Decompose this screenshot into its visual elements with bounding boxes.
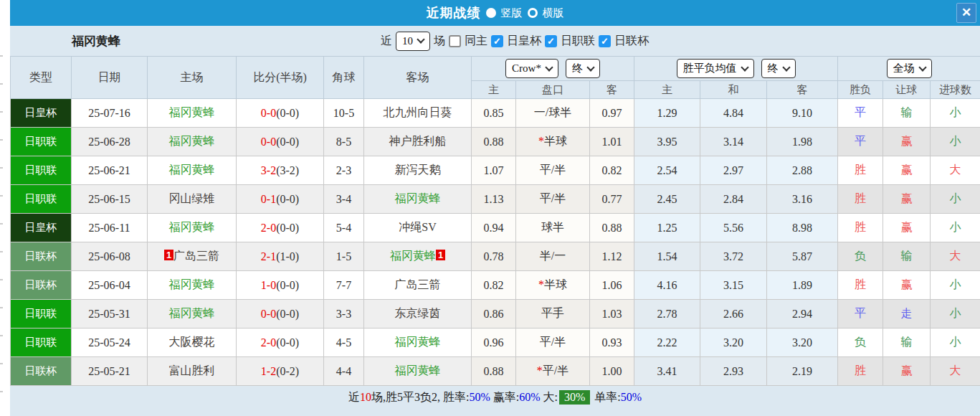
near-label: 近 — [381, 34, 392, 49]
bookmaker-time-select[interactable]: 终 — [566, 59, 600, 78]
scope-value: 全场 — [893, 62, 915, 75]
avg-home-odds-cell: 4.16 — [634, 271, 700, 300]
handicap-line-cell: 平/半 — [516, 156, 590, 185]
bookmaker-value: Crow* — [512, 62, 541, 75]
date-cell: 25-07-16 — [72, 99, 148, 128]
result-handicap-cell: 输 — [883, 328, 931, 357]
handicap-home-odds-cell: 0.96 — [472, 328, 516, 357]
corners-cell: 10-5 — [324, 99, 364, 128]
subheader-handicap-home: 主 — [472, 81, 516, 99]
match-type-cell: 日联杯 — [11, 357, 72, 386]
match-type-cell: 日联杯 — [11, 242, 72, 271]
avg-away-odds-cell: 8.98 — [767, 214, 838, 242]
avg-away-odds-cell: 5.87 — [767, 242, 838, 271]
avg-draw-odds-cell: 3.20 — [700, 328, 767, 357]
team-name: 福冈黄蜂 — [72, 33, 120, 49]
away-team-cell: 神户胜利船 — [364, 128, 472, 156]
date-cell: 25-06-08 — [72, 242, 148, 271]
odds-type-select[interactable]: 胜平负均值 — [677, 59, 754, 78]
avg-home-odds-cell: 1.29 — [634, 99, 700, 128]
date-cell: 25-06-21 — [72, 156, 148, 185]
matches-count-select[interactable]: 10 — [396, 32, 430, 51]
league-royal-cup-checkbox[interactable] — [491, 35, 503, 47]
handicap-away-odds-cell: 0.88 — [590, 214, 634, 242]
result-handicap-cell: 走 — [883, 300, 931, 328]
page-background-edge — [0, 0, 10, 416]
matches-label: 场 — [434, 34, 445, 49]
handicap-home-odds-cell: 1.07 — [472, 156, 516, 185]
fulltime-score: 0-0 — [261, 308, 276, 320]
avg-away-odds-cell: 9.10 — [767, 99, 838, 128]
odds-time-select[interactable]: 终 — [761, 59, 796, 78]
result-handicap-cell: 输 — [883, 242, 931, 271]
match-type-cell: 日联杯 — [11, 271, 72, 300]
big-goals-rate-badge: 30% — [559, 390, 590, 405]
result-goals-cell: 大 — [931, 242, 980, 271]
score-cell: 2-0(0-0) — [237, 328, 324, 357]
handicap-line: 平/半 — [540, 192, 566, 204]
league-j1-checkbox[interactable] — [545, 35, 557, 47]
halftime-score: (0-0) — [276, 336, 299, 349]
scope-select-group: 全场 — [838, 57, 980, 81]
league-cup-checkbox[interactable] — [599, 35, 611, 47]
match-row: 日职联 25-06-21 福冈黄蜂 3-2(3-2) 2-3 新泻天鹅 1.07… — [11, 156, 980, 185]
recent-results-dialog: 近期战绩 竖版 横版 ✕ 福冈黄蜂 近 10 场 同主 日皇杯 — [0, 0, 980, 416]
halftime-score: (0-0) — [276, 279, 299, 291]
avg-away-odds-cell: 2.94 — [767, 300, 838, 328]
avg-home-odds-cell: 2.78 — [634, 300, 700, 328]
vertical-layout-radio-selected-icon[interactable] — [486, 8, 496, 18]
subheader-goals: 进球数 — [931, 81, 980, 99]
away-team-name: 神户胜利船 — [389, 135, 447, 147]
result-goals-cell: 小 — [931, 271, 980, 300]
home-team-cell: 福冈黄蜂 — [148, 99, 237, 128]
score-cell: 0-0(0-0) — [237, 300, 324, 328]
away-team-name: 北九州向日葵 — [384, 106, 452, 118]
away-team-name: 新泻天鹅 — [395, 164, 441, 176]
halftime-score: (0-0) — [276, 107, 299, 119]
close-button[interactable]: ✕ — [956, 3, 976, 23]
fulltime-score: 0-0 — [261, 136, 276, 148]
corners-cell: 7-7 — [324, 271, 364, 300]
away-team-name: 福冈黄蜂 — [395, 336, 441, 348]
horizontal-layout-label[interactable]: 横版 — [543, 6, 564, 20]
same-home-label[interactable]: 同主 — [465, 34, 487, 49]
scope-select[interactable]: 全场 — [887, 59, 932, 78]
fulltime-score: 0-1 — [261, 193, 276, 205]
league-cup-label[interactable]: 日联杯 — [614, 34, 649, 49]
league-royal-cup-label[interactable]: 日皇杯 — [507, 34, 541, 49]
horizontal-layout-radio-icon[interactable] — [528, 8, 538, 18]
league-j1-label[interactable]: 日职联 — [561, 34, 595, 49]
handicap-select-group: Crow* 终 — [472, 57, 634, 81]
score-cell: 2-0(0-0) — [237, 214, 324, 242]
result-goals-cell: 小 — [931, 99, 980, 128]
match-type-cell: 日职联 — [11, 156, 72, 185]
win-rate: 50% — [469, 391, 490, 404]
dialog-title: 近期战绩 — [427, 4, 481, 22]
date-cell: 25-05-31 — [72, 300, 148, 328]
match-type-cell: 日职联 — [11, 300, 72, 328]
home-team-cell: 富山胜利 — [148, 357, 237, 386]
chevron-down-icon — [586, 63, 594, 71]
subheader-avg-away: 客 — [767, 81, 838, 99]
handicap-home-odds-cell: 0.88 — [472, 357, 516, 386]
matches-count-value: 10 — [402, 35, 413, 47]
match-row: 日职联 25-06-28 福冈黄蜂 0-0(0-0) 8-5 神户胜利船 0.8… — [11, 128, 980, 156]
result-wdl-cell: 胜 — [838, 357, 883, 386]
vertical-layout-label[interactable]: 竖版 — [501, 6, 523, 20]
result-goals-cell: 小 — [931, 185, 980, 214]
result-handicap-cell: 赢 — [883, 156, 931, 185]
handicap-home-odds-cell: 1.13 — [472, 185, 516, 214]
same-home-checkbox[interactable] — [449, 35, 461, 47]
home-team-name: 福冈黄蜂 — [169, 164, 215, 176]
result-goals-cell: 大 — [931, 357, 980, 386]
home-team-name: 福冈黄蜂 — [169, 278, 215, 290]
avg-draw-odds-cell: 3.15 — [700, 271, 767, 300]
bookmaker-select[interactable]: Crow* — [505, 59, 558, 78]
handicap-line-cell: 半/一 — [516, 242, 590, 271]
home-team-cell: 福冈黄蜂 — [148, 156, 237, 185]
summary-footer: 近 10 场,胜5平3负2, 胜率: 50% 赢率: 60% 大: 30% 单率… — [10, 386, 980, 409]
match-row: 日皇杯 25-07-16 福冈黄蜂 0-0(0-0) 10-5 北九州向日葵 0… — [11, 99, 980, 128]
avg-away-odds-cell: 1.98 — [767, 128, 838, 156]
handicap-home-odds-cell: 0.88 — [472, 128, 516, 156]
date-cell: 25-05-21 — [72, 357, 148, 386]
